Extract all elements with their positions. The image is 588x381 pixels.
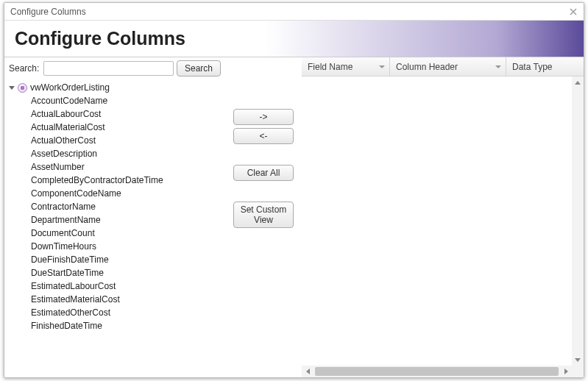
column-header-label: Field Name: [308, 62, 353, 72]
remove-button[interactable]: <-: [233, 128, 294, 144]
search-button[interactable]: Search: [177, 60, 221, 76]
tree-item[interactable]: AssetNumber: [31, 160, 225, 174]
scroll-right-icon[interactable]: [560, 366, 572, 377]
tree-item[interactable]: ActualLabourCost: [31, 107, 225, 121]
tree-item[interactable]: ActualOtherCost: [31, 134, 225, 147]
column-header-label: Data Type: [512, 62, 552, 72]
page-title: Configure Columns: [15, 28, 185, 49]
tree-item[interactable]: DueFinishDateTime: [31, 253, 225, 266]
chevron-down-icon[interactable]: [495, 65, 501, 68]
set-custom-view-button[interactable]: Set Custom View: [233, 202, 294, 228]
titlebar: Configure Columns: [4, 3, 584, 21]
vertical-scrollbar[interactable]: [572, 76, 584, 366]
tree-item[interactable]: DownTimeHours: [31, 240, 225, 253]
tree-item[interactable]: AssetDescription: [31, 147, 225, 160]
search-label: Search:: [9, 63, 39, 74]
grid-header: Field Name Column Header Data Type: [302, 57, 584, 76]
dialog-window: Configure Columns Configure Columns Sear…: [4, 2, 584, 378]
window-title: Configure Columns: [10, 7, 86, 17]
header-banner: Configure Columns: [4, 21, 584, 57]
table-icon: [18, 83, 27, 93]
search-row: Search: Search: [4, 57, 225, 79]
scroll-left-icon[interactable]: [302, 366, 314, 377]
close-icon[interactable]: [567, 6, 579, 18]
tree-item[interactable]: DueStartDateTime: [31, 266, 225, 279]
tree-children: AccountCodeName ActualLabourCost ActualM…: [31, 94, 225, 332]
left-panel: Search: Search vwWorkOrderListing Accoun…: [4, 57, 225, 377]
tree-item[interactable]: EstimatedMaterialCost: [31, 293, 225, 306]
tree-item[interactable]: ActualMaterialCost: [31, 121, 225, 134]
clear-all-button[interactable]: Clear All: [233, 165, 294, 181]
middle-panel: -> <- Clear All Set Custom View: [225, 57, 302, 377]
tree-item[interactable]: DocumentCount: [31, 227, 225, 240]
column-header-column-header[interactable]: Column Header: [390, 57, 506, 76]
scroll-down-icon[interactable]: [572, 354, 584, 366]
tree-root-label: vwWorkOrderListing: [30, 82, 110, 93]
column-header-label: Column Header: [396, 62, 458, 72]
tree-root[interactable]: vwWorkOrderListing: [9, 81, 225, 94]
tree-item[interactable]: ComponentCodeName: [31, 187, 225, 200]
grid-body[interactable]: [302, 76, 584, 377]
scrollbar-thumb[interactable]: [315, 367, 559, 376]
scrollbar-track[interactable]: [314, 366, 560, 377]
tree-item[interactable]: ContractorName: [31, 200, 225, 213]
column-header-field-name[interactable]: Field Name: [302, 57, 390, 76]
scroll-up-icon[interactable]: [572, 76, 584, 88]
tree-item[interactable]: EstimatedLabourCost: [31, 279, 225, 293]
scrollbar-corner: [572, 366, 584, 377]
tree-item[interactable]: CompletedByContractorDateTime: [31, 174, 225, 187]
right-panel: Field Name Column Header Data Type: [302, 57, 584, 377]
search-input[interactable]: [43, 61, 174, 76]
add-button[interactable]: ->: [233, 109, 294, 125]
chevron-down-icon[interactable]: [379, 65, 385, 68]
tree-item[interactable]: AccountCodeName: [31, 94, 225, 107]
tree-item[interactable]: EstimatedOtherCost: [31, 306, 225, 319]
column-header-data-type[interactable]: Data Type: [506, 57, 584, 76]
content: Search: Search vwWorkOrderListing Accoun…: [4, 57, 584, 377]
chevron-down-icon[interactable]: [9, 86, 15, 90]
horizontal-scrollbar[interactable]: [302, 366, 572, 377]
tree-container: vwWorkOrderListing AccountCodeName Actua…: [4, 79, 225, 377]
tree-item[interactable]: DepartmentName: [31, 213, 225, 227]
tree-item[interactable]: FinishedDateTime: [31, 319, 225, 332]
tree-scroll[interactable]: vwWorkOrderListing AccountCodeName Actua…: [4, 79, 225, 377]
